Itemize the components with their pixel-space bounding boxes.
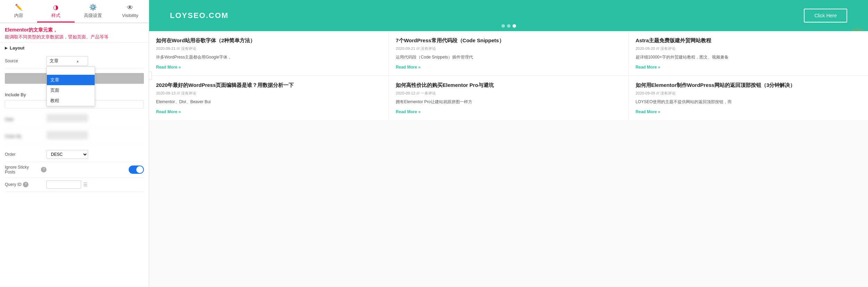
hero-dot-1 (501, 24, 505, 28)
article-excerpt-1: 许多WordPress主题都会用Google字体， (156, 54, 381, 60)
tab-advanced[interactable]: ⚙️ 高级设置 (75, 0, 112, 23)
source-control: 文章 ▲ 文章 页面 教程 (46, 56, 144, 66)
dropdown-item-tutorial[interactable]: 教程 (47, 96, 95, 106)
article-excerpt-5: 拥有Elementor Pro让建站就跟拼图一样方 (396, 99, 621, 105)
article-title-3: Astra主题免费版建外贸网站教程 (636, 37, 861, 44)
hero-dot-3 (513, 24, 516, 28)
tab-visibility[interactable]: 👁 Visibility (112, 0, 149, 23)
order-form-area: Order DESC Ignore Sticky Posts ? Query I… (0, 147, 149, 192)
pencil-icon: ✏️ (15, 3, 23, 11)
ignore-sticky-help-icon[interactable]: ? (41, 167, 46, 172)
query-id-icon: ☰ (83, 182, 88, 187)
read-more-3[interactable]: Read More (636, 65, 660, 70)
tab-content[interactable]: ✏️ 内容 (0, 0, 37, 23)
toggle-knob (136, 166, 143, 173)
grid-left-arrow[interactable]: ‹ (149, 72, 152, 80)
article-excerpt-6: LOYSEO使用的主题不提供网站的返回顶部按钮，而 (636, 99, 861, 105)
source-row: Source 文章 ▲ 文章 页面 教程 (5, 53, 144, 69)
article-grid-row2: 2020年最好的WordPress页面编辑器是谁？用数据分析一下 2020-09… (149, 76, 868, 120)
read-more-4[interactable]: Read More (156, 109, 181, 114)
article-section: ‹ 如何在Word站用谷歌字体（2种简单方法） 2020-09-21 /// 没… (149, 31, 868, 120)
right-panel: LOYSEO.COM Click Here ‹ 如何在Word站用谷歌字体（2种… (149, 0, 868, 287)
source-value: 文章 (50, 58, 59, 64)
query-id-row: Query ID ? ☰ (5, 178, 144, 192)
article-excerpt-4: Elementor、Divi、Beaver Bui (156, 99, 381, 105)
order-select[interactable]: DESC (46, 150, 88, 159)
annotation-box: Elementor的文章元素， 能调取不同类型的文章数据源，譬如页面、产品等等 (0, 23, 149, 42)
article-meta-6: 2020-09-09 /// 没有评论 (636, 91, 861, 96)
left-panel: ✏️ 内容 ◑ 样式 ⚙️ 高级设置 👁 Visibility Elemento… (0, 0, 149, 287)
dropdown-search-input[interactable] (47, 67, 95, 75)
article-meta-3: 2020-09-20 /// 没有评论 (636, 46, 861, 51)
tab-visibility-label: Visibility (122, 13, 138, 18)
annotation-title: Elementor的文章元素， (5, 27, 144, 34)
article-title-6: 如何用Elementor制作WordPress网站的返回顶部按钮（3分钟解决） (636, 81, 861, 89)
tab-style[interactable]: ◑ 样式 (37, 0, 74, 23)
source-label: Source (5, 59, 46, 63)
article-col-1: 如何在Word站用谷歌字体（2种简单方法） 2020-09-21 /// 没有评… (149, 31, 389, 75)
dropdown-item-pages[interactable]: 页面 (47, 85, 95, 96)
dropdown-item-posts[interactable]: 文章 (47, 75, 95, 85)
query-id-label: Query ID (5, 182, 22, 187)
read-more-6[interactable]: Read More (636, 109, 660, 114)
query-id-input[interactable] (46, 180, 81, 189)
article-excerpt-2: 运用代码段（Code Snippets）插件管理代 (396, 54, 621, 60)
ignore-sticky-row: Ignore Sticky Posts ? (5, 162, 144, 178)
query-id-help-icon[interactable]: ? (23, 182, 28, 187)
tab-style-label: 样式 (51, 12, 60, 19)
date-row: Date (5, 111, 144, 128)
annotation-text: 能调取不同类型的文章数据源，譬如页面、产品等等 (5, 34, 144, 41)
article-col-5: 如何高性价比的购买Elementor Pro与避坑 2020-09-12 ///… (389, 76, 628, 120)
read-more-5[interactable]: Read More (396, 109, 420, 114)
top-tabs: ✏️ 内容 ◑ 样式 ⚙️ 高级设置 👁 Visibility (0, 0, 149, 23)
ignore-sticky-toggle[interactable] (129, 165, 144, 174)
gear-icon: ⚙️ (89, 3, 97, 11)
order-row: Order DESC (5, 147, 144, 162)
article-meta-4: 2020-09-13 /// 没有评论 (156, 91, 381, 96)
article-meta-5: 2020-09-12 /// 一条评论 (396, 91, 621, 96)
date-label: Date (5, 117, 46, 122)
layout-section-header[interactable]: ▶ Layout (0, 42, 149, 53)
article-meta-1: 2020-09-21 /// 没有评论 (156, 46, 381, 51)
ignore-sticky-label-wrapper: Ignore Sticky Posts ? (5, 165, 46, 174)
hero-dot-2 (507, 24, 510, 28)
blurred-date-section: Date Order By (0, 109, 149, 147)
ignore-sticky-label: Ignore Sticky Posts (5, 165, 40, 174)
query-id-control: ☰ (46, 180, 144, 189)
eye-icon: 👁 (127, 4, 133, 11)
article-title-2: 7个WordPress常用代码段（Code Snippets） (396, 37, 621, 44)
hero-logo: LOYSEO.COM (170, 11, 229, 20)
source-select[interactable]: 文章 ▲ (46, 56, 88, 66)
article-col-6: 如何用Elementor制作WordPress网站的返回顶部按钮（3分钟解决） … (629, 76, 868, 120)
hero-dots (501, 24, 516, 28)
article-excerpt-3: 超详细10000+字的外贸建站教程，图文、视频兼备 (636, 54, 861, 60)
order-by-label: Order By (5, 134, 46, 139)
form-area: Source 文章 ▲ 文章 页面 教程 (0, 53, 149, 109)
caret-icon: ▲ (76, 59, 79, 63)
article-col-4: 2020年最好的WordPress页面编辑器是谁？用数据分析一下 2020-09… (149, 76, 389, 120)
circle-half-icon: ◑ (53, 3, 59, 11)
ignore-sticky-toggle-wrapper (46, 165, 144, 174)
query-id-label-wrapper: Query ID ? (5, 182, 46, 187)
article-title-1: 如何在Word站用谷歌字体（2种简单方法） (156, 37, 381, 44)
order-by-row: Order By (5, 128, 144, 145)
section-arrow-icon: ▶ (5, 46, 8, 50)
article-title-4: 2020年最好的WordPress页面编辑器是谁？用数据分析一下 (156, 81, 381, 89)
source-dropdown: 文章 页面 教程 (46, 66, 95, 106)
hero-section: LOYSEO.COM Click Here (149, 0, 868, 31)
source-wrapper: 文章 ▲ 文章 页面 教程 (46, 56, 144, 66)
article-col-3: Astra主题免费版建外贸网站教程 2020-09-20 /// 没有评论 超详… (629, 31, 868, 75)
article-grid-row1: 如何在Word站用谷歌字体（2种简单方法） 2020-09-21 /// 没有评… (149, 31, 868, 76)
hero-click-here-button[interactable]: Click Here (804, 9, 847, 23)
read-more-1[interactable]: Read More (156, 65, 181, 70)
article-meta-2: 2020-09-21 /// 没有评论 (396, 46, 621, 51)
tab-content-label: 内容 (14, 12, 23, 19)
read-more-2[interactable]: Read More (396, 65, 420, 70)
layout-section-label: Layout (10, 45, 25, 51)
article-title-5: 如何高性价比的购买Elementor Pro与避坑 (396, 81, 621, 89)
tab-advanced-label: 高级设置 (84, 12, 102, 19)
article-col-2: 7个WordPress常用代码段（Code Snippets） 2020-09-… (389, 31, 628, 75)
order-label: Order (5, 152, 46, 157)
